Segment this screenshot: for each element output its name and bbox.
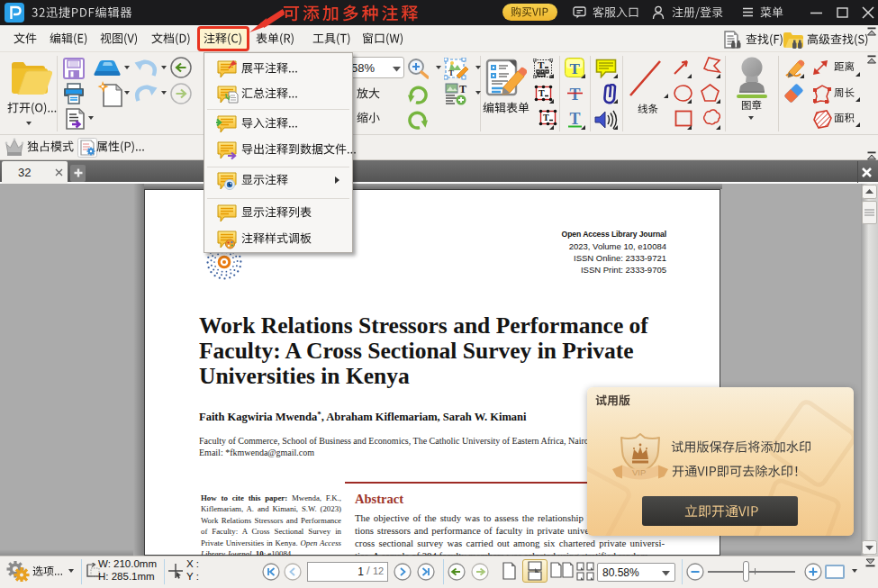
svg-text:T: T [570, 86, 581, 103]
svg-text:T: T [543, 113, 549, 122]
svg-text:T: T [539, 88, 545, 98]
svg-text:T: T [448, 68, 454, 77]
svg-text:T: T [538, 59, 545, 70]
svg-text:T: T [459, 83, 466, 95]
svg-text:VIP: VIP [632, 467, 646, 477]
svg-text:T: T [570, 60, 581, 77]
svg-text:T: T [570, 111, 581, 128]
